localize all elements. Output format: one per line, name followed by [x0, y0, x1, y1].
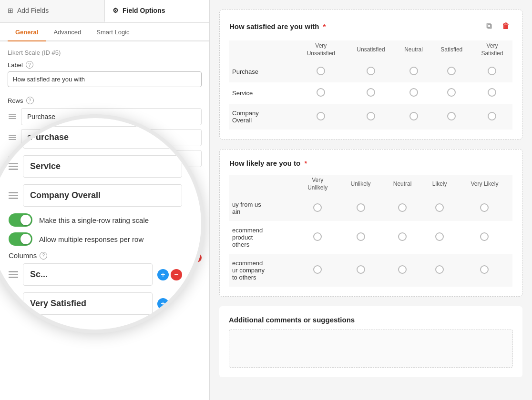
label-text: Label: [8, 61, 23, 69]
mag-col-input-vs[interactable]: [23, 292, 153, 315]
satisfaction-col-2: Neutral: [396, 40, 431, 61]
satisfaction-r0-c0[interactable]: [296, 61, 346, 82]
satisfaction-row-1-label: Service: [229, 82, 296, 104]
satisfaction-col-empty: [229, 40, 296, 61]
comment-box[interactable]: [229, 330, 513, 368]
satisfaction-col-4: VerySatisfied: [472, 40, 512, 61]
mag-col-input-partial[interactable]: [23, 263, 153, 286]
satisfaction-row-2: CompanyOverall: [229, 104, 512, 130]
satisfaction-r2-c1[interactable]: [346, 104, 396, 130]
field-type-label: Likert Scale: [8, 49, 40, 56]
mag-row-input-3[interactable]: [23, 184, 182, 207]
satisfaction-row-0: Purchase: [229, 61, 512, 82]
likelihood-r1-c3[interactable]: [422, 221, 456, 254]
satisfaction-r0-c4[interactable]: [472, 61, 512, 82]
mag-row-input-2[interactable]: [23, 155, 182, 178]
tab-field-options-label: Field Options: [123, 7, 165, 14]
satisfaction-r0-c1[interactable]: [346, 61, 396, 82]
mag-drag-col[interactable]: [9, 271, 18, 278]
likelihood-col-4: Very Likely: [457, 175, 512, 195]
field-id-number: (ID #5): [42, 49, 61, 56]
additional-comments-label: Additional comments or suggestions: [229, 316, 513, 324]
satisfaction-r2-c3[interactable]: [431, 104, 472, 130]
likelihood-r0-c4[interactable]: [457, 195, 512, 221]
likelihood-section: How likely are you to * VeryUnlikely Unl…: [219, 149, 522, 297]
copy-icon[interactable]: ⧉: [482, 20, 495, 33]
satisfaction-r1-c2[interactable]: [396, 82, 431, 104]
label-help-icon[interactable]: ?: [26, 61, 33, 69]
left-panel: ⊞ Add Fields ⚙ Field Options General Adv…: [0, 0, 210, 400]
likelihood-r2-c0[interactable]: [296, 254, 339, 287]
field-id: Likert Scale (ID #5): [8, 49, 202, 56]
likelihood-r1-c0[interactable]: [296, 221, 339, 254]
satisfaction-r2-c0[interactable]: [296, 104, 346, 130]
satisfaction-r0-c2[interactable]: [396, 61, 431, 82]
rows-help-icon[interactable]: ?: [26, 97, 34, 104]
tab-general[interactable]: General: [8, 23, 46, 41]
mag-col-remove-btn[interactable]: −: [171, 269, 182, 280]
tab-smart-logic[interactable]: Smart Logic: [89, 23, 137, 41]
mag-toggle-switch-2[interactable]: [9, 232, 32, 246]
satisfaction-question: How satisfied are you with * ⧉ 🗑: [229, 20, 512, 33]
magnifier-content: Make this a single-row rating scale Allo…: [0, 126, 201, 321]
likelihood-r2-c2[interactable]: [382, 254, 423, 287]
mag-drag-2[interactable]: [9, 163, 18, 170]
satisfaction-col-1: Unsatisfied: [346, 40, 396, 61]
mag-columns-text: Columns: [9, 251, 37, 260]
likelihood-r1-c4[interactable]: [457, 221, 512, 254]
satisfaction-table: VeryUnsatisfied Unsatisfied Neutral Sati…: [229, 40, 512, 130]
likelihood-r0-c2[interactable]: [382, 195, 423, 221]
likelihood-row-2: ecommendur companyto others: [229, 254, 512, 287]
mag-drag-3[interactable]: [9, 192, 18, 199]
drag-handle-1[interactable]: [8, 112, 17, 121]
likelihood-row-1: ecommendproductothers: [229, 221, 512, 254]
mag-toggle-switch-1[interactable]: [9, 213, 32, 227]
tab-add-fields[interactable]: ⊞ Add Fields: [0, 0, 105, 22]
satisfaction-r2-c2[interactable]: [396, 104, 431, 130]
satisfaction-r1-c4[interactable]: [472, 82, 512, 104]
likelihood-col-2: Neutral: [382, 175, 423, 195]
satisfaction-r1-c0[interactable]: [296, 82, 346, 104]
likelihood-r0-c0[interactable]: [296, 195, 339, 221]
satisfaction-r0-c3[interactable]: [431, 61, 472, 82]
likelihood-col-3: Likely: [422, 175, 456, 195]
likelihood-r2-c1[interactable]: [339, 254, 382, 287]
top-tabs: ⊞ Add Fields ⚙ Field Options: [0, 0, 209, 23]
mag-toggle-2: Allow multiple responses per row: [9, 232, 182, 246]
mag-columns-label: Columns ?: [9, 251, 182, 260]
likelihood-r0-c1[interactable]: [339, 195, 382, 221]
satisfaction-r1-c3[interactable]: [431, 82, 472, 104]
satisfaction-r1-c1[interactable]: [346, 82, 396, 104]
mag-col-add-btn[interactable]: +: [157, 269, 169, 280]
likelihood-question-text: How likely are you to *: [229, 159, 307, 167]
likelihood-required: *: [304, 159, 307, 167]
rows-label: Rows ?: [8, 97, 202, 104]
tab-add-fields-label: Add Fields: [17, 7, 49, 14]
question-icons: ⧉ 🗑: [482, 20, 512, 33]
drag-handle-2[interactable]: [8, 133, 17, 142]
label-row: Label ?: [8, 61, 202, 69]
tab-field-options[interactable]: ⚙ Field Options: [105, 0, 209, 22]
mag-col-item: + −: [9, 263, 182, 286]
satisfaction-r2-c4[interactable]: [472, 104, 512, 130]
tab-advanced[interactable]: Advanced: [46, 23, 89, 41]
right-panel: How satisfied are you with * ⧉ 🗑 VeryUns…: [210, 0, 532, 400]
delete-icon[interactable]: 🗑: [499, 20, 512, 33]
label-input[interactable]: [8, 71, 202, 87]
satisfaction-section: How satisfied are you with * ⧉ 🗑 VeryUns…: [219, 10, 522, 140]
likelihood-r1-c1[interactable]: [339, 221, 382, 254]
likelihood-row-0: uy from usain: [229, 195, 512, 221]
likelihood-r2-c3[interactable]: [422, 254, 456, 287]
satisfaction-col-0: VeryUnsatisfied: [296, 40, 346, 61]
likelihood-col-empty: [229, 175, 296, 195]
likelihood-r1-c2[interactable]: [382, 221, 423, 254]
mag-toggle-1: Make this a single-row rating scale: [9, 213, 182, 227]
likelihood-col-1: Unlikely: [339, 175, 382, 195]
likelihood-r0-c3[interactable]: [422, 195, 456, 221]
likelihood-col-0: VeryUnlikely: [296, 175, 339, 195]
likelihood-row-1-label: ecommendproductothers: [229, 221, 296, 254]
likelihood-r2-c4[interactable]: [457, 254, 512, 287]
mag-columns-help[interactable]: ?: [40, 252, 47, 260]
sub-tabs: General Advanced Smart Logic: [0, 23, 209, 41]
satisfaction-row-1: Service: [229, 82, 512, 104]
